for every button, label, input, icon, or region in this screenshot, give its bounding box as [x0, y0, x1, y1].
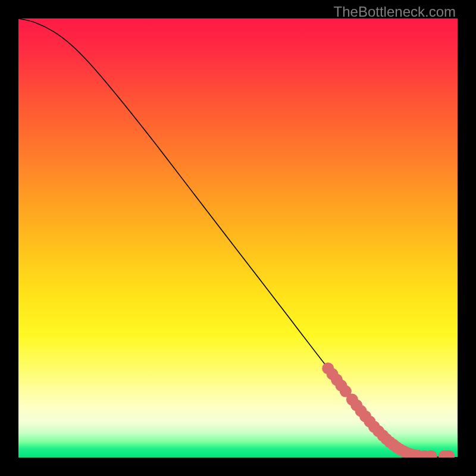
attribution-text: TheBottleneck.com: [334, 4, 456, 20]
plot-area: [18, 18, 458, 458]
curve-line: [18, 18, 458, 458]
chart-svg: [18, 18, 458, 458]
data-markers: [322, 362, 455, 458]
chart-container: TheBottleneck.com: [0, 0, 476, 476]
